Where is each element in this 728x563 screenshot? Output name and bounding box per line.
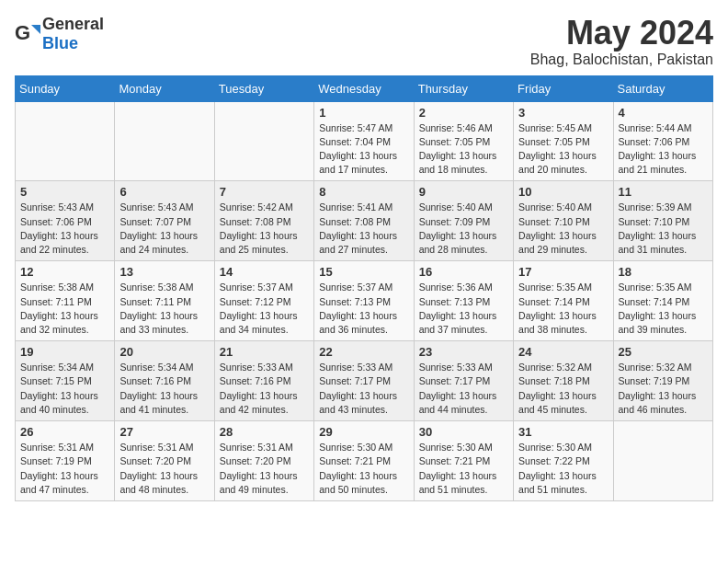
table-row: 6Sunrise: 5:43 AM Sunset: 7:07 PM Daylig…: [115, 181, 214, 261]
day-number: 18: [619, 265, 708, 279]
day-number: 1: [319, 106, 408, 120]
day-number: 16: [419, 265, 508, 279]
table-row: 29Sunrise: 5:30 AM Sunset: 7:21 PM Dayli…: [314, 421, 414, 501]
table-row: 26Sunrise: 5:31 AM Sunset: 7:19 PM Dayli…: [16, 421, 115, 501]
logo-icon: G: [15, 21, 40, 47]
day-info: Sunrise: 5:34 AM Sunset: 7:16 PM Dayligh…: [119, 361, 209, 417]
day-info: Sunrise: 5:30 AM Sunset: 7:21 PM Dayligh…: [319, 441, 408, 497]
table-row: 24Sunrise: 5:32 AM Sunset: 7:18 PM Dayli…: [514, 341, 613, 421]
table-row: 25Sunrise: 5:32 AM Sunset: 7:19 PM Dayli…: [613, 341, 712, 421]
day-info: Sunrise: 5:33 AM Sunset: 7:16 PM Dayligh…: [220, 361, 309, 417]
table-row: 27Sunrise: 5:31 AM Sunset: 7:20 PM Dayli…: [115, 421, 214, 501]
day-number: 21: [220, 345, 309, 359]
day-number: 22: [319, 345, 408, 359]
day-number: 24: [518, 345, 608, 359]
day-info: Sunrise: 5:45 AM Sunset: 7:05 PM Dayligh…: [518, 121, 608, 178]
table-row: 20Sunrise: 5:34 AM Sunset: 7:16 PM Dayli…: [115, 341, 214, 421]
day-info: Sunrise: 5:30 AM Sunset: 7:21 PM Dayligh…: [419, 441, 508, 497]
day-number: 13: [119, 265, 209, 279]
day-number: 20: [119, 345, 209, 359]
day-number: 8: [319, 185, 408, 199]
page-header: G General Blue May 2024 Bhag, Balochista…: [15, 15, 713, 68]
day-info: Sunrise: 5:44 AM Sunset: 7:06 PM Dayligh…: [619, 121, 708, 178]
day-info: Sunrise: 5:40 AM Sunset: 7:09 PM Dayligh…: [419, 201, 508, 257]
table-row: 31Sunrise: 5:30 AM Sunset: 7:22 PM Dayli…: [514, 421, 613, 501]
weekday-header-row: Sunday Monday Tuesday Wednesday Thursday…: [16, 75, 713, 101]
header-friday: Friday: [514, 75, 613, 101]
day-number: 31: [518, 425, 608, 439]
table-row: 15Sunrise: 5:37 AM Sunset: 7:13 PM Dayli…: [314, 261, 414, 341]
day-number: 7: [220, 185, 309, 199]
location-title: Bhag, Balochistan, Pakistan: [530, 52, 713, 68]
day-info: Sunrise: 5:35 AM Sunset: 7:14 PM Dayligh…: [619, 281, 708, 337]
day-number: 12: [20, 265, 109, 279]
day-info: Sunrise: 5:43 AM Sunset: 7:07 PM Dayligh…: [119, 201, 209, 257]
table-row: [613, 421, 712, 501]
title-block: May 2024 Bhag, Balochistan, Pakistan: [530, 15, 713, 68]
day-number: 23: [419, 345, 508, 359]
day-info: Sunrise: 5:38 AM Sunset: 7:11 PM Dayligh…: [119, 281, 209, 337]
table-row: 10Sunrise: 5:40 AM Sunset: 7:10 PM Dayli…: [514, 181, 613, 261]
day-info: Sunrise: 5:47 AM Sunset: 7:04 PM Dayligh…: [319, 121, 408, 178]
table-row: 21Sunrise: 5:33 AM Sunset: 7:16 PM Dayli…: [214, 341, 313, 421]
day-number: 15: [319, 265, 408, 279]
day-info: Sunrise: 5:33 AM Sunset: 7:17 PM Dayligh…: [319, 361, 408, 417]
day-info: Sunrise: 5:37 AM Sunset: 7:12 PM Dayligh…: [220, 281, 309, 337]
day-info: Sunrise: 5:37 AM Sunset: 7:13 PM Dayligh…: [319, 281, 408, 337]
calendar-week-row: 5Sunrise: 5:43 AM Sunset: 7:06 PM Daylig…: [16, 181, 713, 261]
table-row: 18Sunrise: 5:35 AM Sunset: 7:14 PM Dayli…: [613, 261, 712, 341]
day-info: Sunrise: 5:33 AM Sunset: 7:17 PM Dayligh…: [419, 361, 508, 417]
day-number: 19: [20, 345, 109, 359]
table-row: 16Sunrise: 5:36 AM Sunset: 7:13 PM Dayli…: [414, 261, 513, 341]
day-number: 28: [220, 425, 309, 439]
table-row: 3Sunrise: 5:45 AM Sunset: 7:05 PM Daylig…: [514, 101, 613, 181]
day-number: 17: [518, 265, 608, 279]
day-number: 4: [619, 106, 708, 120]
day-info: Sunrise: 5:39 AM Sunset: 7:10 PM Dayligh…: [619, 201, 708, 257]
table-row: 2Sunrise: 5:46 AM Sunset: 7:05 PM Daylig…: [414, 101, 513, 181]
day-number: 29: [319, 425, 408, 439]
table-row: [16, 101, 115, 181]
logo-general-text: General: [42, 15, 104, 33]
day-info: Sunrise: 5:32 AM Sunset: 7:18 PM Dayligh…: [518, 361, 608, 417]
day-info: Sunrise: 5:38 AM Sunset: 7:11 PM Dayligh…: [20, 281, 109, 337]
day-number: 6: [119, 185, 209, 199]
day-info: Sunrise: 5:41 AM Sunset: 7:08 PM Dayligh…: [319, 201, 408, 257]
calendar-table: Sunday Monday Tuesday Wednesday Thursday…: [15, 75, 713, 501]
table-row: 11Sunrise: 5:39 AM Sunset: 7:10 PM Dayli…: [613, 181, 712, 261]
month-title: May 2024: [530, 15, 713, 52]
day-number: 3: [518, 106, 608, 120]
table-row: 5Sunrise: 5:43 AM Sunset: 7:06 PM Daylig…: [16, 181, 115, 261]
day-info: Sunrise: 5:43 AM Sunset: 7:06 PM Dayligh…: [20, 201, 109, 257]
header-monday: Monday: [115, 75, 214, 101]
logo: G General Blue: [15, 15, 104, 53]
day-number: 26: [20, 425, 109, 439]
table-row: 30Sunrise: 5:30 AM Sunset: 7:21 PM Dayli…: [414, 421, 513, 501]
day-info: Sunrise: 5:31 AM Sunset: 7:20 PM Dayligh…: [119, 441, 209, 497]
svg-marker-1: [31, 25, 40, 34]
table-row: 1Sunrise: 5:47 AM Sunset: 7:04 PM Daylig…: [314, 101, 414, 181]
header-tuesday: Tuesday: [214, 75, 313, 101]
day-number: 25: [619, 345, 708, 359]
day-info: Sunrise: 5:40 AM Sunset: 7:10 PM Dayligh…: [518, 201, 608, 257]
day-info: Sunrise: 5:31 AM Sunset: 7:19 PM Dayligh…: [20, 441, 109, 497]
header-sunday: Sunday: [16, 75, 115, 101]
table-row: 9Sunrise: 5:40 AM Sunset: 7:09 PM Daylig…: [414, 181, 513, 261]
day-info: Sunrise: 5:46 AM Sunset: 7:05 PM Dayligh…: [419, 121, 508, 178]
calendar-week-row: 1Sunrise: 5:47 AM Sunset: 7:04 PM Daylig…: [16, 101, 713, 181]
day-number: 14: [220, 265, 309, 279]
svg-text:G: G: [15, 21, 30, 44]
day-number: 30: [419, 425, 508, 439]
header-saturday: Saturday: [613, 75, 712, 101]
table-row: 12Sunrise: 5:38 AM Sunset: 7:11 PM Dayli…: [16, 261, 115, 341]
day-info: Sunrise: 5:30 AM Sunset: 7:22 PM Dayligh…: [518, 441, 608, 497]
day-info: Sunrise: 5:34 AM Sunset: 7:15 PM Dayligh…: [20, 361, 109, 417]
day-info: Sunrise: 5:42 AM Sunset: 7:08 PM Dayligh…: [220, 201, 309, 257]
day-number: 5: [20, 185, 109, 199]
table-row: 22Sunrise: 5:33 AM Sunset: 7:17 PM Dayli…: [314, 341, 414, 421]
calendar-week-row: 26Sunrise: 5:31 AM Sunset: 7:19 PM Dayli…: [16, 421, 713, 501]
table-row: 14Sunrise: 5:37 AM Sunset: 7:12 PM Dayli…: [214, 261, 313, 341]
table-row: 23Sunrise: 5:33 AM Sunset: 7:17 PM Dayli…: [414, 341, 513, 421]
table-row: 13Sunrise: 5:38 AM Sunset: 7:11 PM Dayli…: [115, 261, 214, 341]
calendar-week-row: 12Sunrise: 5:38 AM Sunset: 7:11 PM Dayli…: [16, 261, 713, 341]
